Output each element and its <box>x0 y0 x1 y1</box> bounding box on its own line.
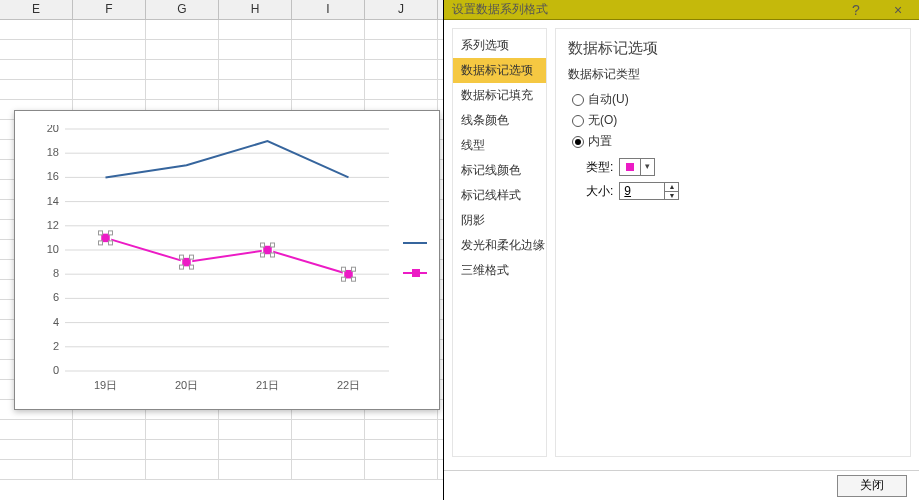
svg-text:16: 16 <box>47 170 59 182</box>
dialog-titlebar[interactable]: 设置数据系列格式 ? × <box>444 0 919 20</box>
nav-item-line-color[interactable]: 线条颜色 <box>453 108 546 133</box>
svg-rect-27 <box>99 231 103 235</box>
spreadsheet-area: E F G H I J K <box>0 0 443 500</box>
svg-rect-43 <box>352 267 356 271</box>
svg-rect-29 <box>99 241 103 245</box>
column-header[interactable]: F <box>73 0 146 19</box>
format-series-dialog: 设置数据系列格式 ? × 系列选项 数据标记选项 数据标记填充 线条颜色 线型 … <box>443 0 919 500</box>
nav-item-marker-line-color[interactable]: 标记线颜色 <box>453 158 546 183</box>
panel-title: 数据标记选项 <box>568 39 898 58</box>
svg-text:4: 4 <box>53 316 59 328</box>
nav-item-glow[interactable]: 发光和柔化边缘 <box>453 233 546 258</box>
svg-rect-32 <box>180 255 184 259</box>
marker-options-panel: 数据标记选项 数据标记类型 自动(U) 无(O) 内置 类型: ▾ <box>555 28 911 457</box>
square-marker-icon <box>622 160 638 174</box>
radio-icon <box>572 115 584 127</box>
svg-text:14: 14 <box>47 195 59 207</box>
svg-rect-45 <box>352 277 356 281</box>
fieldset-title: 数据标记类型 <box>568 66 898 83</box>
svg-rect-28 <box>109 231 113 235</box>
svg-text:20: 20 <box>47 125 59 134</box>
marker-type-combo[interactable]: ▾ <box>619 158 655 176</box>
embedded-chart[interactable]: 02468101214161820 19日20日21日22日 最 最 <box>14 110 440 410</box>
svg-text:6: 6 <box>53 291 59 303</box>
spin-up-icon[interactable]: ▲ <box>665 183 678 192</box>
radio-none[interactable]: 无(O) <box>568 110 898 131</box>
legend-marker-icon <box>412 269 420 277</box>
svg-rect-42 <box>342 267 346 271</box>
column-header[interactable]: H <box>219 0 292 19</box>
svg-rect-35 <box>190 265 194 269</box>
svg-text:21日: 21日 <box>256 379 279 391</box>
svg-rect-37 <box>261 243 265 247</box>
svg-rect-39 <box>261 253 265 257</box>
spin-down-icon[interactable]: ▼ <box>665 192 678 200</box>
type-label: 类型: <box>586 159 613 176</box>
svg-text:0: 0 <box>53 364 59 376</box>
column-header[interactable]: I <box>292 0 365 19</box>
dialog-title: 设置数据系列格式 <box>452 1 835 18</box>
svg-text:12: 12 <box>47 219 59 231</box>
svg-rect-33 <box>190 255 194 259</box>
help-icon[interactable]: ? <box>835 2 877 18</box>
nav-item-series-options[interactable]: 系列选项 <box>453 33 546 58</box>
chevron-down-icon[interactable]: ▾ <box>640 159 654 175</box>
series-line-2[interactable] <box>106 238 349 274</box>
radio-auto[interactable]: 自动(U) <box>568 89 898 110</box>
svg-text:20日: 20日 <box>175 379 198 391</box>
svg-rect-40 <box>271 253 275 257</box>
svg-rect-30 <box>109 241 113 245</box>
dialog-footer: 关闭 <box>444 470 919 500</box>
nav-item-shadow[interactable]: 阴影 <box>453 208 546 233</box>
radio-label: 自动(U) <box>588 91 629 108</box>
nav-item-marker-line-style[interactable]: 标记线样式 <box>453 183 546 208</box>
svg-text:18: 18 <box>47 146 59 158</box>
marker-size-spinner[interactable]: ▲ ▼ <box>619 182 679 200</box>
nav-item-marker-options[interactable]: 数据标记选项 <box>453 58 546 83</box>
series-line-1[interactable] <box>106 141 349 177</box>
dialog-nav: 系列选项 数据标记选项 数据标记填充 线条颜色 线型 标记线颜色 标记线样式 阴… <box>452 28 547 457</box>
close-icon[interactable]: × <box>877 2 919 18</box>
nav-item-marker-fill[interactable]: 数据标记填充 <box>453 83 546 108</box>
radio-icon <box>572 136 584 148</box>
svg-text:22日: 22日 <box>337 379 360 391</box>
radio-icon <box>572 94 584 106</box>
radio-label: 内置 <box>588 133 612 150</box>
svg-rect-34 <box>180 265 184 269</box>
svg-text:10: 10 <box>47 243 59 255</box>
column-header[interactable]: J <box>365 0 438 19</box>
legend[interactable]: 最 最 <box>403 237 429 279</box>
column-header-row: E F G H I J K <box>0 0 443 20</box>
size-label: 大小: <box>586 183 613 200</box>
svg-text:8: 8 <box>53 267 59 279</box>
close-button[interactable]: 关闭 <box>837 475 907 497</box>
grid-body[interactable]: 02468101214161820 19日20日21日22日 最 最 <box>0 20 443 500</box>
column-header[interactable]: E <box>0 0 73 19</box>
chart-svg: 02468101214161820 19日20日21日22日 最 最 <box>29 125 429 397</box>
marker-size-input[interactable] <box>620 183 664 199</box>
radio-builtin[interactable]: 内置 <box>568 131 898 152</box>
nav-item-line-style[interactable]: 线型 <box>453 133 546 158</box>
svg-rect-38 <box>271 243 275 247</box>
radio-label: 无(O) <box>588 112 617 129</box>
svg-text:19日: 19日 <box>94 379 117 391</box>
chart-plot: 02468101214161820 19日20日21日22日 最 最 <box>29 125 429 397</box>
svg-text:2: 2 <box>53 340 59 352</box>
column-header[interactable]: G <box>146 0 219 19</box>
svg-rect-44 <box>342 277 346 281</box>
nav-item-3d-format[interactable]: 三维格式 <box>453 258 546 283</box>
